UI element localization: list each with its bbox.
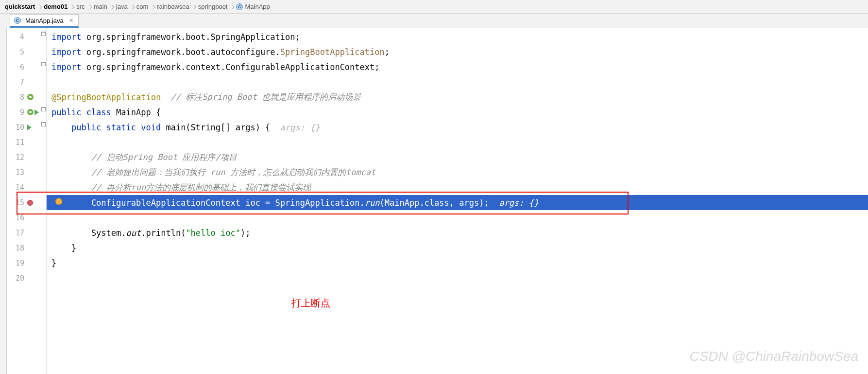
gutter-line[interactable]: 11	[7, 135, 46, 150]
code-line[interactable]: import org.springframework.boot.autoconf…	[47, 44, 868, 59]
code-line[interactable]: }	[47, 240, 868, 255]
code-line[interactable]: @SpringBootApplication // 标注Spring Boot …	[47, 89, 868, 105]
line-number: 7	[12, 78, 24, 87]
breadcrumb-item[interactable]: src	[74, 3, 86, 10]
gutter-line[interactable]: 6	[7, 59, 46, 74]
breadcrumb-item[interactable]: java	[114, 3, 130, 10]
code-token: ConfigurableApplicationContext ioc = Spr…	[51, 198, 365, 208]
breadcrumb-item[interactable]: com	[135, 3, 151, 10]
code-line[interactable]	[47, 210, 868, 225]
code-token: // 启动Spring Boot 应用程序/项目	[51, 152, 237, 163]
gutter-line[interactable]: 14	[7, 180, 46, 195]
code-token	[51, 123, 71, 132]
gutter-line[interactable]: 12	[7, 150, 46, 165]
chevron-right-icon	[87, 3, 92, 10]
gutter-line[interactable]: 20	[7, 270, 46, 285]
code-token: .println(	[141, 228, 186, 238]
code-token: ;	[385, 47, 390, 57]
code-token: }	[51, 258, 56, 268]
breadcrumb-label: demo01	[44, 3, 68, 10]
bulb-icon[interactable]	[55, 198, 62, 205]
gutter-line[interactable]: 8	[7, 89, 46, 105]
breadcrumb-item[interactable]: CMainApp	[234, 3, 272, 10]
code-token: org.springframework.boot.SpringApplicati…	[86, 32, 300, 42]
watermark: CSDN @ChinaRainbowSea	[690, 349, 858, 364]
code-token: org.springframework.context.Configurable…	[86, 62, 380, 72]
side-tool-strip[interactable]	[0, 28, 7, 374]
spring-icon[interactable]	[27, 94, 34, 100]
code-line[interactable]: // 再分析run方法的底层机制的基础上，我们直接尝试实现	[47, 180, 868, 195]
gutter-line[interactable]: 4	[7, 29, 46, 44]
breadcrumb-label: MainApp	[245, 3, 270, 10]
code-line[interactable]	[47, 74, 868, 89]
code-editor[interactable]: import org.springframework.boot.SpringAp…	[47, 28, 868, 374]
code-line[interactable]: import org.springframework.context.Confi…	[47, 59, 868, 74]
code-token: );	[240, 228, 250, 238]
code-token: import	[51, 32, 86, 42]
breadcrumb-item[interactable]: rainbowsea	[155, 3, 191, 10]
breadcrumb-item[interactable]: springboot	[196, 3, 230, 10]
line-number: 9	[12, 108, 24, 117]
gutter-line[interactable]: 17	[7, 225, 46, 240]
breadcrumb-label: quickstart	[5, 3, 35, 10]
code-token: MainApp {	[116, 107, 161, 117]
line-number: 15	[12, 198, 24, 207]
code-token: org.springframework.boot.autoconfigure.	[86, 47, 280, 57]
line-number: 10	[12, 123, 24, 132]
gutter-line[interactable]: 7	[7, 74, 46, 89]
gutter-line[interactable]: 19	[7, 255, 46, 270]
breadcrumb-item[interactable]: quickstart	[3, 3, 37, 10]
breadcrumb-item[interactable]: demo01	[42, 3, 69, 10]
gutter[interactable]: 4567891011121314151617181920	[7, 28, 47, 374]
code-token: import	[51, 47, 86, 57]
line-number: 12	[12, 153, 24, 162]
close-icon[interactable]: ✕	[69, 18, 73, 24]
code-token: public class	[51, 107, 116, 117]
annotation-label: 打上断点	[291, 297, 330, 310]
breadcrumb-label: main	[94, 3, 107, 10]
code-line[interactable]: public static void main(String[] args) {…	[47, 120, 868, 135]
line-number: 19	[12, 259, 24, 267]
line-number: 13	[12, 168, 24, 177]
code-token: main(String[] args) {	[166, 123, 280, 132]
code-line[interactable]	[47, 135, 868, 150]
code-token: public static void	[71, 123, 166, 132]
gutter-line[interactable]: 10	[7, 120, 46, 135]
code-line[interactable]: // 启动Spring Boot 应用程序/项目	[47, 150, 868, 165]
code-token: , args);	[449, 198, 499, 208]
code-line[interactable]: import org.springframework.boot.SpringAp…	[47, 29, 868, 44]
line-number: 20	[12, 274, 24, 283]
code-token: // 再分析run方法的底层机制的基础上，我们直接尝试实现	[51, 182, 311, 193]
code-line[interactable]: ConfigurableApplicationContext ioc = Spr…	[47, 195, 868, 210]
chevron-right-icon	[109, 3, 114, 10]
line-number: 17	[12, 229, 24, 237]
code-token: @SpringBootApplication	[51, 92, 161, 102]
code-line[interactable]: public class MainApp {	[47, 105, 868, 120]
gutter-line[interactable]: 15	[7, 195, 46, 210]
breakpoint-icon[interactable]	[27, 200, 33, 206]
class-icon: C	[236, 3, 243, 10]
spring-icon[interactable]	[27, 109, 34, 115]
breadcrumb-label: java	[116, 3, 128, 10]
run-icon[interactable]	[27, 125, 32, 130]
gutter-line[interactable]: 13	[7, 165, 46, 180]
class-icon: C	[14, 17, 21, 24]
gutter-line[interactable]: 18	[7, 240, 46, 255]
chevron-right-icon	[130, 3, 135, 10]
code-line[interactable]	[47, 270, 868, 285]
breadcrumb-item[interactable]: main	[92, 3, 109, 10]
chevron-right-icon	[69, 3, 74, 10]
line-number: 8	[12, 93, 24, 102]
code-line[interactable]: }	[47, 255, 868, 270]
gutter-line[interactable]: 16	[7, 210, 46, 225]
line-number: 4	[12, 33, 24, 41]
tab-mainapp[interactable]: C MainApp.java ✕	[10, 14, 79, 28]
run-icon[interactable]	[34, 109, 39, 115]
gutter-line[interactable]: 5	[7, 44, 46, 59]
code-token: // 老师提出问题：当我们执行 run 方法时，怎么就启动我们内置的tomcat	[51, 167, 375, 178]
breadcrumb-label: springboot	[198, 3, 228, 10]
code-line[interactable]: System.out.println("hello ioc");	[47, 225, 868, 240]
code-line[interactable]: // 老师提出问题：当我们执行 run 方法时，怎么就启动我们内置的tomcat	[47, 165, 868, 180]
gutter-line[interactable]: 9	[7, 105, 46, 120]
code-token: SpringBootApplication	[280, 47, 385, 57]
